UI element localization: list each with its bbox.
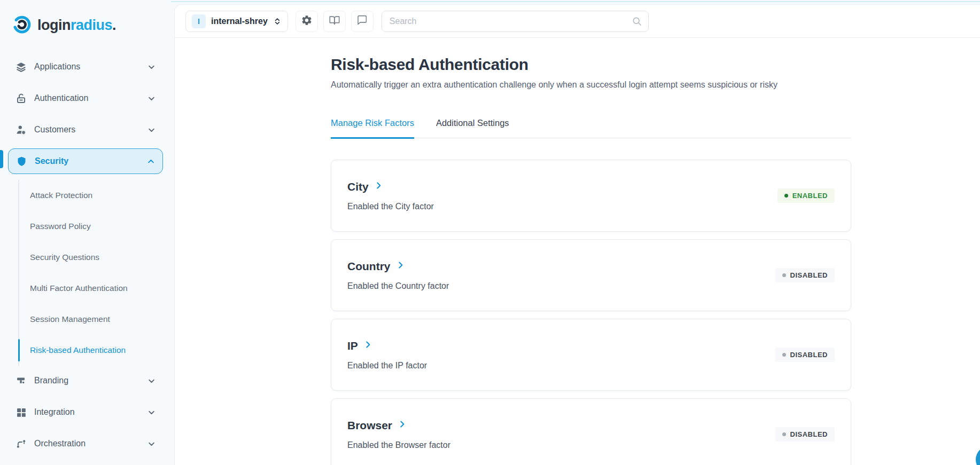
card-description: Enabled the IP factor bbox=[347, 361, 427, 371]
subnav-item-label: Security Questions bbox=[30, 253, 99, 262]
topbar: I internal-shrey bbox=[175, 5, 980, 38]
layers-icon bbox=[15, 61, 27, 73]
card-main: Country Enabled the Country factor bbox=[347, 260, 449, 291]
sidebar-item-branding[interactable]: Branding bbox=[8, 368, 163, 393]
card-title: Country bbox=[347, 260, 391, 273]
grid-icon bbox=[15, 407, 27, 418]
documentation-button[interactable] bbox=[323, 11, 346, 32]
sidebar-item-password-policy[interactable]: Password Policy bbox=[30, 211, 171, 242]
loginradius-logo-icon bbox=[12, 15, 32, 35]
chevron-right-icon bbox=[363, 340, 372, 351]
chevron-down-icon bbox=[147, 440, 155, 448]
subnav-item-label: Password Policy bbox=[30, 222, 91, 231]
app-name-label: internal-shrey bbox=[211, 17, 268, 26]
brand-word-primary: login bbox=[37, 17, 71, 33]
card-title-link[interactable]: IP bbox=[347, 340, 427, 352]
sidebar-item-label: Orchestration bbox=[34, 439, 85, 448]
subnav-item-label: Session Management bbox=[30, 314, 110, 324]
chevron-right-icon bbox=[374, 181, 383, 192]
chevron-down-icon bbox=[147, 94, 155, 103]
status-dot-icon bbox=[782, 273, 786, 277]
sidebar-item-label: Authentication bbox=[34, 93, 88, 103]
brand-logo[interactable]: loginradius. bbox=[0, 8, 171, 39]
sidebar-item-security[interactable]: Security bbox=[8, 148, 163, 174]
user-settings-icon bbox=[15, 124, 27, 136]
card-main: City Enabled the City factor bbox=[347, 180, 434, 211]
app-initial-badge: I bbox=[192, 14, 206, 28]
tab-manage-risk-factors[interactable]: Manage Risk Factors bbox=[331, 118, 414, 139]
chevron-right-icon bbox=[396, 261, 405, 272]
subnav-item-label: Risk-based Authentication bbox=[30, 345, 126, 355]
page-content: Risk-based Authentication Automatically … bbox=[331, 38, 851, 465]
search-input[interactable] bbox=[382, 11, 649, 32]
status-dot-icon bbox=[784, 194, 788, 198]
card-title-link[interactable]: City bbox=[347, 180, 434, 193]
sidebar-item-label: Integration bbox=[34, 407, 75, 417]
card-description: Enabled the Browser factor bbox=[347, 440, 450, 450]
sidebar-item-attack-protection[interactable]: Attack Protection bbox=[30, 180, 171, 211]
feedback-button[interactable] bbox=[351, 11, 374, 32]
status-label: DISABLED bbox=[790, 271, 828, 279]
sidebar-item-orchestration[interactable]: Orchestration bbox=[8, 431, 163, 456]
subnav-item-label: Multi Factor Authentication bbox=[30, 283, 128, 293]
sidebar-nav: Applications Authentication Customers bbox=[0, 54, 171, 456]
chevron-down-icon bbox=[147, 408, 155, 416]
top-accent-line bbox=[171, 1, 980, 2]
card-title-link[interactable]: Browser bbox=[347, 419, 450, 432]
main-panel: I internal-shrey bbox=[174, 4, 980, 465]
sidebar-item-session-management[interactable]: Session Management bbox=[30, 304, 171, 335]
search-icon bbox=[632, 16, 642, 29]
unlock-icon bbox=[15, 93, 27, 104]
search-box bbox=[382, 11, 649, 32]
security-subnav: Attack Protection Password Policy Securi… bbox=[18, 180, 171, 366]
status-badge: DISABLED bbox=[775, 427, 835, 442]
status-dot-icon bbox=[782, 432, 786, 436]
page-subtitle: Automatically trigger an extra authentic… bbox=[331, 80, 851, 90]
branch-icon bbox=[15, 438, 27, 450]
brand-word-suffix: . bbox=[112, 17, 116, 33]
app-switcher-button[interactable]: I internal-shrey bbox=[185, 11, 288, 32]
shield-icon bbox=[16, 156, 27, 167]
tab-additional-settings[interactable]: Additional Settings bbox=[436, 118, 509, 138]
risk-factor-card-browser: Browser Enabled the Browser factor DISAB… bbox=[331, 398, 851, 465]
app-settings-button[interactable] bbox=[295, 11, 318, 32]
sidebar-item-multi-factor-authentication[interactable]: Multi Factor Authentication bbox=[30, 273, 171, 304]
subnav-item-label: Attack Protection bbox=[30, 191, 92, 200]
sidebar-item-integration[interactable]: Integration bbox=[8, 399, 163, 425]
status-label: DISABLED bbox=[790, 351, 828, 359]
status-label: DISABLED bbox=[790, 430, 828, 438]
card-main: IP Enabled the IP factor bbox=[347, 340, 427, 371]
status-badge: ENABLED bbox=[777, 188, 835, 203]
brand-wordmark: loginradius. bbox=[37, 17, 116, 34]
app-window: loginradius. Applications Authentication bbox=[0, 0, 980, 465]
main-area: I internal-shrey bbox=[171, 0, 980, 465]
sidebar-item-security-questions[interactable]: Security Questions bbox=[30, 242, 171, 273]
chevron-down-icon bbox=[147, 126, 155, 134]
paint-roller-icon bbox=[15, 375, 27, 387]
status-badge: DISABLED bbox=[775, 348, 835, 362]
sidebar-item-label: Customers bbox=[34, 125, 75, 135]
card-description: Enabled the City factor bbox=[347, 202, 434, 211]
book-open-icon bbox=[329, 14, 340, 28]
card-title-link[interactable]: Country bbox=[347, 260, 449, 273]
tab-bar: Manage Risk Factors Additional Settings bbox=[331, 118, 851, 138]
chevron-up-icon bbox=[147, 157, 155, 165]
active-section-edge-indicator bbox=[0, 150, 3, 168]
status-dot-icon bbox=[782, 353, 786, 357]
sidebar: loginradius. Applications Authentication bbox=[0, 0, 171, 465]
sidebar-item-label: Security bbox=[35, 156, 68, 166]
risk-factor-card-ip: IP Enabled the IP factor DISABLED bbox=[331, 319, 851, 391]
card-title: City bbox=[347, 180, 369, 193]
card-main: Browser Enabled the Browser factor bbox=[347, 419, 450, 450]
chevron-down-icon bbox=[147, 377, 155, 385]
unfold-more-icon bbox=[273, 17, 282, 26]
sidebar-item-applications[interactable]: Applications bbox=[8, 54, 163, 80]
sidebar-item-customers[interactable]: Customers bbox=[8, 117, 163, 143]
card-description: Enabled the Country factor bbox=[347, 281, 449, 291]
sidebar-item-risk-based-authentication[interactable]: Risk-based Authentication bbox=[30, 335, 171, 366]
sidebar-item-label: Branding bbox=[34, 376, 68, 385]
risk-factor-list: City Enabled the City factor ENABLED bbox=[331, 160, 851, 465]
chat-bubble-icon bbox=[356, 14, 368, 28]
sidebar-item-authentication[interactable]: Authentication bbox=[8, 85, 163, 111]
card-title: Browser bbox=[347, 419, 392, 432]
